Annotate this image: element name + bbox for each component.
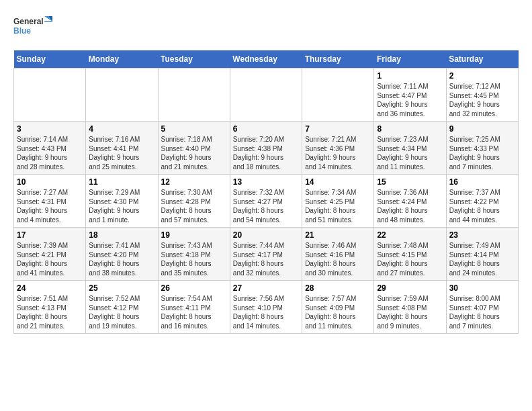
day-number: 2 xyxy=(449,71,515,81)
day-info: Sunrise: 7:21 AM Sunset: 4:36 PM Dayligh… xyxy=(305,135,371,171)
calendar-cell: 24Sunrise: 7:51 AM Sunset: 4:13 PM Dayli… xyxy=(14,281,86,334)
week-row-5: 24Sunrise: 7:51 AM Sunset: 4:13 PM Dayli… xyxy=(14,281,519,334)
day-number: 25 xyxy=(89,283,154,293)
header-day-thursday: Thursday xyxy=(302,50,374,68)
day-info: Sunrise: 7:18 AM Sunset: 4:40 PM Dayligh… xyxy=(161,135,227,171)
calendar-cell: 6Sunrise: 7:20 AM Sunset: 4:38 PM Daylig… xyxy=(230,122,302,175)
day-number: 29 xyxy=(377,283,443,293)
header-day-friday: Friday xyxy=(374,50,446,68)
day-number: 28 xyxy=(305,283,371,293)
day-number: 14 xyxy=(305,177,371,187)
page-header: General Blue xyxy=(13,13,519,44)
calendar-cell: 10Sunrise: 7:27 AM Sunset: 4:31 PM Dayli… xyxy=(14,175,86,228)
day-info: Sunrise: 7:32 AM Sunset: 4:27 PM Dayligh… xyxy=(233,188,299,224)
day-number: 6 xyxy=(233,124,299,134)
day-info: Sunrise: 7:46 AM Sunset: 4:16 PM Dayligh… xyxy=(305,241,371,277)
calendar-cell: 17Sunrise: 7:39 AM Sunset: 4:21 PM Dayli… xyxy=(14,228,86,281)
day-number: 3 xyxy=(17,124,83,134)
day-number: 19 xyxy=(161,230,227,240)
day-info: Sunrise: 7:30 AM Sunset: 4:28 PM Dayligh… xyxy=(161,188,227,224)
day-info: Sunrise: 7:14 AM Sunset: 4:43 PM Dayligh… xyxy=(17,135,83,171)
calendar-cell: 1Sunrise: 7:11 AM Sunset: 4:47 PM Daylig… xyxy=(374,68,446,122)
day-number: 12 xyxy=(161,177,227,187)
calendar-cell: 30Sunrise: 8:00 AM Sunset: 4:07 PM Dayli… xyxy=(446,281,518,334)
day-number: 17 xyxy=(17,230,83,240)
calendar-header: SundayMondayTuesdayWednesdayThursdayFrid… xyxy=(14,50,519,68)
svg-text:General: General xyxy=(13,17,44,26)
calendar-cell: 11Sunrise: 7:29 AM Sunset: 4:30 PM Dayli… xyxy=(86,175,158,228)
day-number: 13 xyxy=(233,177,299,187)
day-info: Sunrise: 7:49 AM Sunset: 4:14 PM Dayligh… xyxy=(449,241,515,277)
day-info: Sunrise: 7:57 AM Sunset: 4:09 PM Dayligh… xyxy=(305,294,371,330)
day-info: Sunrise: 8:00 AM Sunset: 4:07 PM Dayligh… xyxy=(449,294,515,330)
day-info: Sunrise: 7:27 AM Sunset: 4:31 PM Dayligh… xyxy=(17,188,83,224)
calendar-cell: 21Sunrise: 7:46 AM Sunset: 4:16 PM Dayli… xyxy=(302,228,374,281)
calendar-cell: 25Sunrise: 7:52 AM Sunset: 4:12 PM Dayli… xyxy=(86,281,158,334)
calendar-cell xyxy=(230,68,302,122)
week-row-3: 10Sunrise: 7:27 AM Sunset: 4:31 PM Dayli… xyxy=(14,175,519,228)
calendar-cell: 8Sunrise: 7:23 AM Sunset: 4:34 PM Daylig… xyxy=(374,122,446,175)
day-number: 10 xyxy=(17,177,83,187)
day-info: Sunrise: 7:56 AM Sunset: 4:10 PM Dayligh… xyxy=(233,294,299,330)
header-day-sunday: Sunday xyxy=(14,50,86,68)
day-number: 23 xyxy=(449,230,515,240)
day-info: Sunrise: 7:43 AM Sunset: 4:18 PM Dayligh… xyxy=(161,241,227,277)
day-info: Sunrise: 7:11 AM Sunset: 4:47 PM Dayligh… xyxy=(377,82,443,118)
calendar-cell xyxy=(86,68,158,122)
logo: General Blue xyxy=(13,13,54,44)
calendar-cell: 20Sunrise: 7:44 AM Sunset: 4:17 PM Dayli… xyxy=(230,228,302,281)
day-info: Sunrise: 7:34 AM Sunset: 4:25 PM Dayligh… xyxy=(305,188,371,224)
day-number: 15 xyxy=(377,177,443,187)
calendar-cell: 12Sunrise: 7:30 AM Sunset: 4:28 PM Dayli… xyxy=(158,175,230,228)
day-number: 7 xyxy=(305,124,371,134)
day-number: 1 xyxy=(377,71,443,81)
calendar-cell: 22Sunrise: 7:48 AM Sunset: 4:15 PM Dayli… xyxy=(374,228,446,281)
header-day-saturday: Saturday xyxy=(446,50,518,68)
day-info: Sunrise: 7:12 AM Sunset: 4:45 PM Dayligh… xyxy=(449,82,515,118)
calendar-cell: 15Sunrise: 7:36 AM Sunset: 4:24 PM Dayli… xyxy=(374,175,446,228)
calendar-cell: 26Sunrise: 7:54 AM Sunset: 4:11 PM Dayli… xyxy=(158,281,230,334)
svg-text:Blue: Blue xyxy=(13,26,31,36)
calendar-cell: 3Sunrise: 7:14 AM Sunset: 4:43 PM Daylig… xyxy=(14,122,86,175)
day-info: Sunrise: 7:39 AM Sunset: 4:21 PM Dayligh… xyxy=(17,241,83,277)
day-number: 26 xyxy=(161,283,227,293)
day-info: Sunrise: 7:41 AM Sunset: 4:20 PM Dayligh… xyxy=(89,241,154,277)
day-number: 22 xyxy=(377,230,443,240)
calendar-cell: 13Sunrise: 7:32 AM Sunset: 4:27 PM Dayli… xyxy=(230,175,302,228)
day-info: Sunrise: 7:16 AM Sunset: 4:41 PM Dayligh… xyxy=(89,135,154,171)
calendar-cell: 2Sunrise: 7:12 AM Sunset: 4:45 PM Daylig… xyxy=(446,68,518,122)
day-info: Sunrise: 7:59 AM Sunset: 4:08 PM Dayligh… xyxy=(377,294,443,330)
day-number: 18 xyxy=(89,230,154,240)
header-day-wednesday: Wednesday xyxy=(230,50,302,68)
day-number: 8 xyxy=(377,124,443,134)
calendar-cell: 29Sunrise: 7:59 AM Sunset: 4:08 PM Dayli… xyxy=(374,281,446,334)
day-number: 20 xyxy=(233,230,299,240)
week-row-1: 1Sunrise: 7:11 AM Sunset: 4:47 PM Daylig… xyxy=(14,68,519,122)
day-info: Sunrise: 7:52 AM Sunset: 4:12 PM Dayligh… xyxy=(89,294,154,330)
day-info: Sunrise: 7:51 AM Sunset: 4:13 PM Dayligh… xyxy=(17,294,83,330)
day-info: Sunrise: 7:29 AM Sunset: 4:30 PM Dayligh… xyxy=(89,188,154,224)
week-row-4: 17Sunrise: 7:39 AM Sunset: 4:21 PM Dayli… xyxy=(14,228,519,281)
day-number: 11 xyxy=(89,177,154,187)
day-info: Sunrise: 7:44 AM Sunset: 4:17 PM Dayligh… xyxy=(233,241,299,277)
day-info: Sunrise: 7:37 AM Sunset: 4:22 PM Dayligh… xyxy=(449,188,515,224)
header-row: SundayMondayTuesdayWednesdayThursdayFrid… xyxy=(14,50,519,68)
day-number: 16 xyxy=(449,177,515,187)
day-number: 24 xyxy=(17,283,83,293)
calendar-cell: 23Sunrise: 7:49 AM Sunset: 4:14 PM Dayli… xyxy=(446,228,518,281)
day-number: 4 xyxy=(89,124,154,134)
calendar-cell: 7Sunrise: 7:21 AM Sunset: 4:36 PM Daylig… xyxy=(302,122,374,175)
calendar-cell: 9Sunrise: 7:25 AM Sunset: 4:33 PM Daylig… xyxy=(446,122,518,175)
day-number: 27 xyxy=(233,283,299,293)
calendar-cell: 5Sunrise: 7:18 AM Sunset: 4:40 PM Daylig… xyxy=(158,122,230,175)
calendar-table: SundayMondayTuesdayWednesdayThursdayFrid… xyxy=(13,50,519,334)
calendar-cell: 19Sunrise: 7:43 AM Sunset: 4:18 PM Dayli… xyxy=(158,228,230,281)
day-number: 9 xyxy=(449,124,515,134)
calendar-cell xyxy=(302,68,374,122)
day-number: 21 xyxy=(305,230,371,240)
logo-svg: General Blue xyxy=(13,13,54,44)
calendar-cell xyxy=(158,68,230,122)
calendar-body: 1Sunrise: 7:11 AM Sunset: 4:47 PM Daylig… xyxy=(14,68,519,334)
week-row-2: 3Sunrise: 7:14 AM Sunset: 4:43 PM Daylig… xyxy=(14,122,519,175)
day-info: Sunrise: 7:48 AM Sunset: 4:15 PM Dayligh… xyxy=(377,241,443,277)
